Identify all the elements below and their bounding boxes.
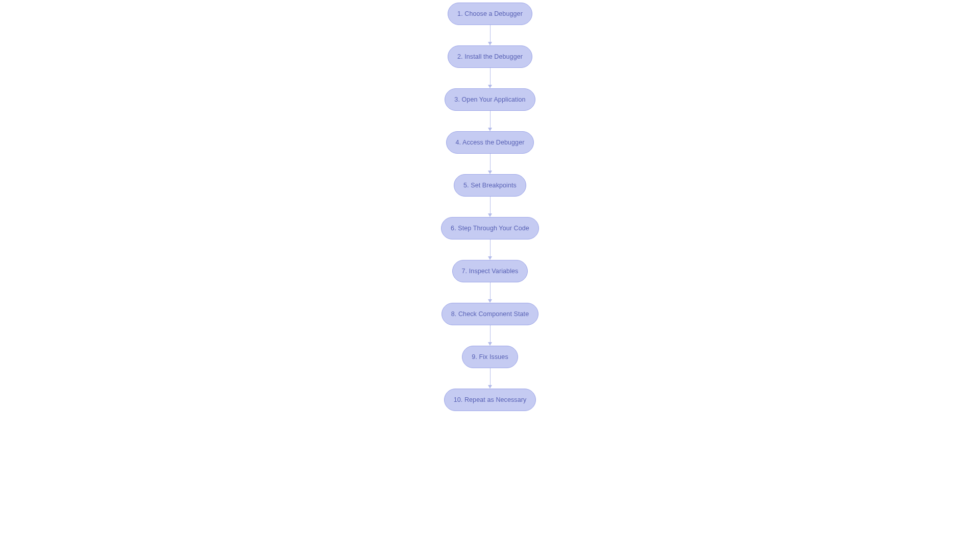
flowchart-container: 1. Choose a Debugger 2. Install the Debu… <box>441 3 539 411</box>
connector-line <box>490 282 491 300</box>
flowchart-connector <box>488 368 492 389</box>
flowchart-connector <box>488 239 492 260</box>
connector-line <box>490 239 491 257</box>
flowchart-node-4: 4. Access the Debugger <box>446 131 534 154</box>
arrow-down-icon <box>488 299 492 303</box>
connector-line <box>490 154 491 171</box>
arrow-down-icon <box>488 256 492 260</box>
connector-line <box>490 325 491 343</box>
arrow-down-icon <box>488 213 492 217</box>
flowchart-connector <box>488 282 492 303</box>
connector-line <box>490 111 491 128</box>
flowchart-node-6: 6. Step Through Your Code <box>441 217 539 239</box>
flowchart-node-2: 2. Install the Debugger <box>448 45 532 68</box>
connector-line <box>490 25 491 42</box>
flowchart-node-9: 9. Fix Issues <box>462 346 518 368</box>
arrow-down-icon <box>488 342 492 346</box>
flowchart-node-8: 8. Check Component State <box>442 303 539 325</box>
arrow-down-icon <box>488 85 492 88</box>
arrow-down-icon <box>488 42 492 45</box>
connector-line <box>490 197 491 214</box>
flowchart-connector <box>488 154 492 174</box>
connector-line <box>490 368 491 386</box>
arrow-down-icon <box>488 128 492 131</box>
flowchart-node-5: 5. Set Breakpoints <box>454 174 526 197</box>
flowchart-connector <box>488 25 492 45</box>
flowchart-connector <box>488 68 492 88</box>
flowchart-node-3: 3. Open Your Application <box>445 88 535 111</box>
connector-line <box>490 68 491 85</box>
arrow-down-icon <box>488 171 492 174</box>
flowchart-node-1: 1. Choose a Debugger <box>448 3 532 25</box>
flowchart-connector <box>488 111 492 131</box>
flowchart-node-7: 7. Inspect Variables <box>452 260 528 282</box>
flowchart-connector <box>488 197 492 217</box>
flowchart-node-10: 10. Repeat as Necessary <box>444 389 536 411</box>
flowchart-connector <box>488 325 492 346</box>
arrow-down-icon <box>488 385 492 389</box>
